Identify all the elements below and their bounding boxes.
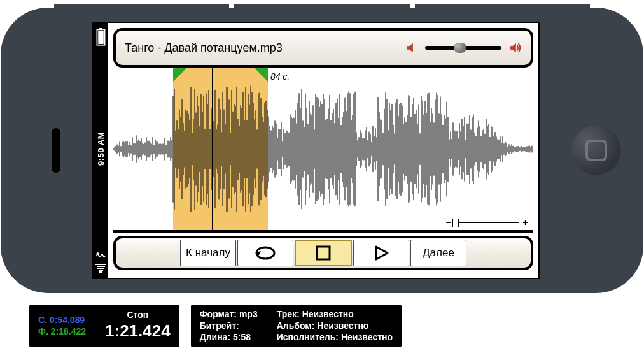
waveform-area[interactable]: 0:54 2:18 84 c. − + xyxy=(113,68,533,233)
metadata-panel: Формат: mp3 Битрейт: Длина: 5:58 Трек: Н… xyxy=(191,305,402,347)
selection-start-marker[interactable] xyxy=(173,68,187,82)
volume-slider-thumb[interactable] xyxy=(454,43,466,53)
vibrate-icon xyxy=(95,251,106,260)
c-time: 0:54.089 xyxy=(50,315,85,325)
phone-speaker-slot xyxy=(52,128,60,173)
status-time: 9:50 AM xyxy=(96,132,106,166)
meta-album: Неизвестно xyxy=(317,321,368,331)
signal-icon xyxy=(95,264,106,273)
battery-icon xyxy=(95,28,106,47)
loop-button[interactable] xyxy=(237,240,293,266)
zoom-out-label[interactable]: − xyxy=(445,217,451,227)
meta-artist: Неизвестно xyxy=(341,332,393,342)
status-panel: С. 0:54.089 Ф. 2:18.422 Стоп 1:21.424 xyxy=(29,305,179,347)
svg-rect-4 xyxy=(317,247,330,259)
play-button[interactable] xyxy=(353,240,409,266)
svg-rect-2 xyxy=(98,31,103,44)
stop-icon xyxy=(314,244,332,262)
play-icon xyxy=(372,244,390,262)
speaker-low-icon xyxy=(405,41,419,55)
volume-slider-track[interactable] xyxy=(425,46,501,50)
loop-icon xyxy=(251,243,279,263)
f-time: 2:18.422 xyxy=(51,326,86,336)
info-row: С. 0:54.089 Ф. 2:18.422 Стоп 1:21.424 Фо… xyxy=(29,305,615,347)
begin-button[interactable]: К началу xyxy=(180,240,236,266)
f-prefix: Ф. xyxy=(38,326,48,336)
status-bar: 9:50 AM xyxy=(93,23,108,278)
next-button[interactable]: Далее xyxy=(410,240,466,266)
zoom-control[interactable]: − + xyxy=(445,217,528,227)
state-label: Стоп xyxy=(105,309,171,321)
volume-control[interactable] xyxy=(405,41,522,55)
controls-panel: К началу Далее xyxy=(113,236,533,270)
zoom-slider-thumb[interactable] xyxy=(452,219,459,227)
phone-top-stripes xyxy=(54,4,590,8)
c-prefix: С. xyxy=(38,315,47,325)
playhead-line xyxy=(212,68,213,230)
zoom-in-label[interactable]: + xyxy=(522,217,528,227)
speaker-high-icon xyxy=(508,41,522,55)
header-panel: Танго - Давай потанцуем.mp3 xyxy=(113,28,533,68)
svg-point-3 xyxy=(96,252,98,254)
selection-duration-label: 84 c. xyxy=(270,71,290,82)
device-screen: 9:50 AM Танго - Давай потанцуем.mp3 xyxy=(92,22,540,279)
home-button[interactable] xyxy=(571,126,621,175)
elapsed-time: 1:21.424 xyxy=(105,321,171,342)
phone-frame: 9:50 AM Танго - Давай потанцуем.mp3 xyxy=(1,4,643,297)
meta-track: Неизвестно xyxy=(302,309,354,319)
meta-length: 5:58 xyxy=(233,332,251,342)
stop-button[interactable] xyxy=(295,240,352,266)
waveform-graphic xyxy=(113,68,533,230)
meta-format: mp3 xyxy=(239,309,258,319)
selection-end-marker[interactable] xyxy=(254,68,268,82)
file-title: Танго - Давай потанцуем.mp3 xyxy=(125,41,283,55)
zoom-slider-track[interactable] xyxy=(455,222,519,223)
app-area: Танго - Давай потанцуем.mp3 xyxy=(108,23,538,278)
